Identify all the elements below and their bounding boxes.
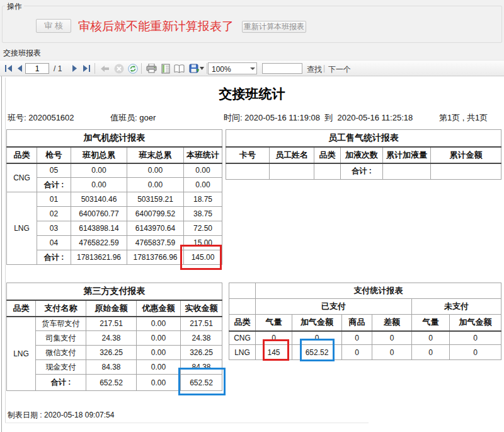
find-next-button[interactable]: 下一个 <box>328 64 351 75</box>
unpaid-group-header: 未支付 <box>412 299 501 315</box>
report-made-date: 制表日期 : 2020-05-18 09:07:54 <box>8 410 114 421</box>
col-header: 累计金额 <box>431 147 501 163</box>
col-header: 枪号 <box>37 147 71 163</box>
col-header: 班初总累 <box>71 147 127 163</box>
made-date-value: 2020-05-18 09:07:54 <box>44 411 114 419</box>
page-setup-icon[interactable] <box>174 63 185 74</box>
page-number-input[interactable] <box>25 63 49 74</box>
total-label-cell: 合计 : <box>37 178 71 192</box>
cell: 652.52 <box>86 375 137 391</box>
next-page-icon[interactable] <box>69 63 80 74</box>
col-header: 优惠金额 <box>137 300 181 317</box>
report-page: 交接班统计 班号: 2020051602 值班员: goer 时间: 2020-… <box>0 76 504 432</box>
table-row: CNG 05 0.00 0.00 0.00 <box>7 163 222 178</box>
shift-number-value: 2020051602 <box>28 113 74 122</box>
page-info: 第1页 , 共1页 <box>439 112 488 124</box>
zoom-value: 100% <box>212 65 231 74</box>
table-header-row: 品类 支付名称 原始金额 优惠金额 实收金额 <box>7 300 222 317</box>
page-left-edge <box>5 78 6 423</box>
cell: 18.75 <box>184 192 222 207</box>
first-page-icon[interactable] <box>4 63 14 74</box>
cell: 03 <box>37 221 71 236</box>
shift-number: 班号: 2020051602 <box>8 112 74 124</box>
print-layout-icon[interactable] <box>160 63 171 74</box>
cell: 6400799.52 <box>127 207 184 221</box>
table-title-row: 员工售气统计报表 <box>226 130 501 147</box>
cell <box>383 163 431 180</box>
category-cell: LNG <box>7 192 37 265</box>
chevron-down-icon <box>250 67 255 70</box>
table-row: 03 6143898.14 6143970.64 72.50 <box>7 221 222 236</box>
zoom-select[interactable]: 100% <box>208 62 257 74</box>
cell: 6400760.77 <box>71 207 127 221</box>
col-header: 加液次数 <box>341 147 383 163</box>
find-button[interactable]: 查找 <box>307 64 322 75</box>
cell: 0.00 <box>137 331 181 346</box>
col-header: 原始金额 <box>86 300 137 317</box>
operation-group-label: 操作 <box>5 1 24 12</box>
col-header: 商品 <box>342 315 372 331</box>
cell: 0.00 <box>137 360 181 375</box>
highlight-blue-paid-amount <box>300 339 335 361</box>
paid-group-header: 已支付 <box>256 299 412 315</box>
category-cell: LNG <box>229 345 256 360</box>
report-toolbar: / 1 <box>0 60 504 76</box>
cell: 0.00 <box>137 346 181 360</box>
highlight-blue-received-total <box>178 368 226 395</box>
previous-page-icon[interactable] <box>14 63 25 74</box>
print-icon[interactable] <box>146 63 157 74</box>
cell: 4765837.59 <box>127 236 184 250</box>
back-icon[interactable] <box>100 63 110 74</box>
cell <box>270 163 314 180</box>
col-header: 加气金额 <box>292 315 342 331</box>
toolbar-separator <box>141 63 142 74</box>
cell: 0.00 <box>137 375 181 391</box>
cell: 0.00 <box>127 178 184 192</box>
empty-cell <box>229 299 256 315</box>
last-page-icon[interactable] <box>81 63 91 74</box>
cell: 0 <box>342 331 372 345</box>
table-header-row: 卡号 员工姓名 品类 加液次数 累计加液量 累计金额 <box>226 147 501 163</box>
cell: 0.00 <box>71 163 127 178</box>
col-header: 品类 <box>314 147 341 163</box>
col-header: 加气金额 <box>450 315 501 331</box>
table-header-row: 品类 气量 加气金额 商品 差额 气量 加气金额 <box>229 315 501 331</box>
time-label: 时间: <box>224 113 243 122</box>
cell: 02 <box>37 207 71 221</box>
search-input[interactable] <box>262 63 302 74</box>
tab-strip: 交接班报表 <box>0 44 504 60</box>
export-dropdown-caret[interactable] <box>199 63 204 74</box>
audit-button[interactable]: 审 核 <box>36 19 71 33</box>
total-label-cell: 合计 : <box>37 250 71 265</box>
category-cell: CNG <box>229 331 256 345</box>
cell: 0 <box>372 331 412 345</box>
cell: 0.00 <box>137 317 181 331</box>
col-header: 员工姓名 <box>270 147 314 163</box>
viewer-left-border <box>1 76 2 432</box>
cell: 0.00 <box>71 178 127 192</box>
col-header: 品类 <box>7 147 37 163</box>
table-title-row: 加气机统计报表 <box>7 130 222 147</box>
time-to-label: 到 <box>324 113 333 122</box>
cell: 72.50 <box>184 221 222 236</box>
table-header-row: 品类 枪号 班初总累 班末总累 本班统计 <box>7 147 222 163</box>
cell: 0 <box>412 345 450 360</box>
cell <box>431 163 501 180</box>
col-header: 品类 <box>7 300 36 317</box>
col-header: 气量 <box>256 315 292 331</box>
category-cell: LNG <box>7 317 36 391</box>
operator-value: goer <box>139 113 156 122</box>
cell: 04 <box>37 236 71 250</box>
cell: 17813621.96 <box>71 250 127 265</box>
recalculate-report-button[interactable]: 重新计算本班报表 <box>242 21 306 33</box>
operator: 值班员: goer <box>110 112 156 124</box>
cell: 05 <box>37 163 71 178</box>
stop-refresh-icon[interactable] <box>113 63 124 74</box>
shift-number-label: 班号: <box>8 113 26 122</box>
col-header: 实收金额 <box>181 300 222 317</box>
refresh-icon[interactable] <box>127 63 138 74</box>
cell: 01 <box>37 192 71 207</box>
cell: 326.25 <box>181 346 222 360</box>
export-save-icon[interactable] <box>188 63 199 74</box>
cell: 84.38 <box>86 360 137 375</box>
